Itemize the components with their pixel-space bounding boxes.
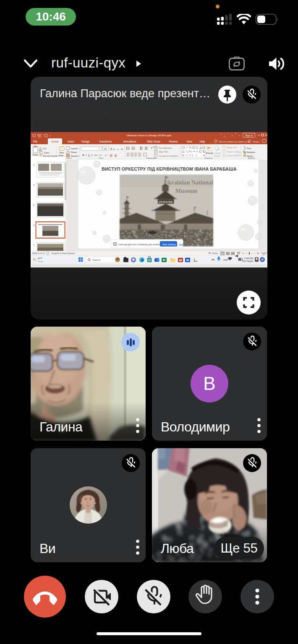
svg-text:AV -: AV - <box>99 154 104 156</box>
svg-text:3: 3 <box>33 164 34 166</box>
svg-text:Help: Help <box>200 140 205 143</box>
svg-text:5/17/2024: 5/17/2024 <box>242 260 254 262</box>
svg-text:Slide Show: Slide Show <box>147 140 160 143</box>
svg-text:Section -: Section - <box>71 155 80 157</box>
svg-text:Cut: Cut <box>43 147 47 150</box>
svg-text:Paste: Paste <box>33 153 39 156</box>
svg-text:Format Painter: Format Painter <box>43 155 58 157</box>
svg-text:File: File <box>33 140 38 143</box>
svg-text:Share: Share <box>253 140 260 143</box>
svg-text:B: B <box>82 153 84 156</box>
svg-text:English (United States): English (United States) <box>52 252 75 254</box>
svg-text:Styles -: Styles - <box>214 155 222 157</box>
svg-text:Transitions: Transitions <box>99 140 112 143</box>
svg-text:5: 5 <box>33 204 34 206</box>
svg-text:Stop sharing: Stop sharing <box>162 243 175 246</box>
svg-text:71%: 71% <box>261 252 265 254</box>
svg-text:W: W <box>186 258 189 262</box>
svg-text:Layout -: Layout - <box>71 147 79 150</box>
svg-text:UKRAINE: UKRAINE <box>158 200 173 203</box>
svg-text:Arrange: Arrange <box>205 152 213 154</box>
svg-text:⇄: ⇄ <box>121 148 123 151</box>
svg-text:Sunny: Sunny <box>38 260 43 262</box>
svg-text:Ukrainian choirs in Chicago 20: Ukrainian choirs in Chicago 20-30's.pptx <box>126 134 171 137</box>
svg-text:-: - <box>209 155 210 157</box>
svg-text:A: A <box>110 147 112 151</box>
svg-text:Convert to SmartArt -: Convert to SmartArt - <box>159 155 179 157</box>
svg-text:abc: abc <box>94 154 98 156</box>
svg-text:Reset: Reset <box>71 151 77 153</box>
svg-text:Insert: Insert <box>68 140 74 143</box>
svg-text:Align Text -: Align Text - <box>159 151 170 153</box>
svg-text:meet.google.com is sharing you: meet.google.com is sharing your screen. <box>118 243 161 246</box>
svg-text:A: A <box>117 148 119 151</box>
svg-text:4: 4 <box>33 184 34 186</box>
svg-text:УКР: УКР <box>223 258 228 261</box>
svg-text:ВИСТУП ОРКЕСТРУ ПІД КЕРІВНИЦТВ: ВИСТУП ОРКЕСТРУ ПІД КЕРІВНИЦТВОМ ІВАНА Б… <box>102 166 237 171</box>
svg-text:Slide 6 of 11: Slide 6 of 11 <box>32 252 45 254</box>
svg-text:Search: Search <box>92 259 100 261</box>
svg-text:Hide: Hide <box>179 243 184 246</box>
svg-text:Quick: Quick <box>215 152 221 154</box>
svg-text:A: A <box>113 148 115 151</box>
svg-text:S: S <box>91 153 93 156</box>
svg-text:New: New <box>60 151 64 154</box>
svg-text:Tell me what you want to do: Tell me what you want to do <box>219 140 251 143</box>
svg-text:Museum: Museum <box>175 187 198 194</box>
svg-text:Text Direction -: Text Direction - <box>159 147 173 149</box>
svg-text:Home: Home <box>52 140 59 143</box>
svg-text:Notes: Notes <box>212 252 218 254</box>
svg-text:Design: Design <box>81 140 90 143</box>
svg-text:Copy -: Copy - <box>44 151 50 154</box>
svg-text:U: U <box>88 153 90 156</box>
svg-text:Replace -: Replace - <box>247 151 256 153</box>
svg-text:Review: Review <box>169 140 178 143</box>
svg-text:Sign in: Sign in <box>245 134 253 137</box>
svg-text:Aa -: Aa - <box>105 154 109 156</box>
svg-text:Ukrainian National: Ukrainian National <box>164 179 213 186</box>
svg-text:Slide -: Slide - <box>58 154 65 157</box>
svg-text:Animations: Animations <box>123 140 136 143</box>
svg-text:View: View <box>186 140 192 143</box>
svg-text:Shape Fill -: Shape Fill - <box>227 146 238 149</box>
svg-text:Find: Find <box>247 147 251 150</box>
svg-text:2:46 AM: 2:46 AM <box>244 257 253 260</box>
svg-text:36: 36 <box>104 148 107 150</box>
svg-text:6: 6 <box>33 224 34 226</box>
svg-text:62°F: 62°F <box>38 257 42 260</box>
svg-text:A: A <box>115 153 117 156</box>
svg-text:ab: ab <box>110 153 112 156</box>
svg-text:Select -: Select - <box>247 155 254 157</box>
svg-text:Slides: Slides <box>66 157 72 159</box>
svg-text:7: 7 <box>33 244 34 247</box>
